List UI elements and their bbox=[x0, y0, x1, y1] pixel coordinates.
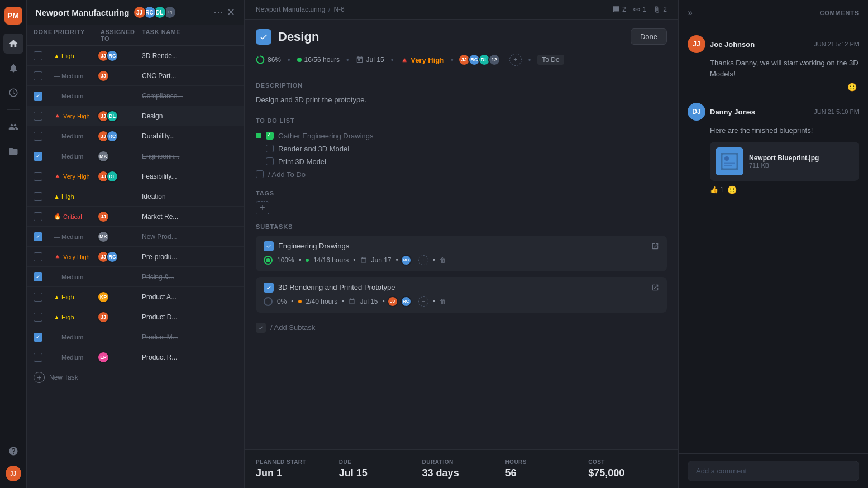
subtask-delete[interactable]: 🗑 bbox=[440, 256, 446, 264]
todo-checkbox[interactable] bbox=[266, 157, 274, 165]
table-row[interactable]: 🔥Critical JJ Market Re... bbox=[27, 207, 244, 227]
task-checkbox[interactable] bbox=[34, 252, 42, 261]
add-reaction-button[interactable]: 🙂 bbox=[727, 185, 737, 194]
close-icon[interactable]: ✕ bbox=[227, 6, 235, 18]
todo-checkbox[interactable] bbox=[266, 145, 274, 152]
subtask-add-assignee[interactable]: + bbox=[418, 255, 428, 265]
table-row[interactable]: —Medium LP Product R... bbox=[27, 347, 244, 367]
add-subtask-icon bbox=[256, 323, 266, 333]
comment-input[interactable] bbox=[688, 461, 859, 481]
sidebar-item-help[interactable] bbox=[3, 441, 23, 461]
status-meta[interactable]: To Do bbox=[537, 55, 564, 65]
due-value: Jul 15 bbox=[339, 467, 418, 479]
comments-panel: » COMMENTS JJ Joe Johnson JUN 21 5:12 PM… bbox=[678, 0, 868, 488]
task-checkbox[interactable] bbox=[34, 232, 42, 241]
subtask-meta: 0% • 2/40 hours • Jul 15 • JJ RC + • 🗑 bbox=[264, 296, 659, 307]
task-checkbox[interactable] bbox=[34, 71, 42, 80]
table-row[interactable]: —Medium Product M... bbox=[27, 327, 244, 347]
sidebar-item-folder[interactable] bbox=[3, 141, 23, 161]
subtask-add-assignee[interactable]: + bbox=[418, 296, 428, 307]
task-checkbox[interactable] bbox=[34, 353, 42, 362]
subtask-hours: 2/40 hours bbox=[306, 298, 338, 305]
sidebar-item-notifications[interactable] bbox=[3, 58, 23, 78]
sidebar-item-home[interactable] bbox=[3, 34, 23, 54]
task-meta: 86% • 16/56 hours • Jul 15 • 🔺 Very High… bbox=[245, 49, 678, 73]
task-checkbox[interactable] bbox=[34, 333, 42, 342]
subtask-item: Engineering Drawings 100% • 14/16 hours … bbox=[256, 236, 667, 271]
table-row[interactable]: —Medium Pricing &... bbox=[27, 267, 244, 287]
collapse-button[interactable]: » bbox=[688, 8, 693, 18]
subtask-delete[interactable]: 🗑 bbox=[440, 298, 446, 305]
subtask-meta: 100% • 14/16 hours • Jun 17 • RC + • 🗑 bbox=[264, 255, 659, 266]
task-checkbox[interactable] bbox=[34, 272, 42, 281]
add-todo-button[interactable]: / Add To Do bbox=[256, 168, 667, 181]
due-date: Jul 15 bbox=[366, 56, 384, 64]
add-reaction-button[interactable]: 🙂 bbox=[847, 83, 857, 92]
priority-badge: —Medium bbox=[54, 93, 98, 99]
todo-checkbox-done[interactable] bbox=[266, 132, 274, 140]
table-row[interactable]: —Medium MK Engineerin... bbox=[27, 146, 244, 166]
comments-header: » COMMENTS bbox=[679, 0, 868, 26]
task-checkbox[interactable] bbox=[34, 112, 42, 121]
task-checkbox[interactable] bbox=[34, 172, 42, 181]
new-task-row[interactable]: + New Task bbox=[27, 367, 244, 387]
add-subtask-button[interactable]: / Add Subtask bbox=[256, 318, 667, 337]
table-row[interactable]: 🔺Very High JJRC Pre-produ... bbox=[27, 247, 244, 267]
table-row[interactable]: —Medium JJRC Durability... bbox=[27, 126, 244, 146]
add-assignee-button[interactable]: + bbox=[509, 54, 522, 66]
priority-badge: ▲High bbox=[54, 314, 98, 320]
comment-item: DJ Danny Jones JUN 21 5:10 PM Here are t… bbox=[688, 103, 859, 194]
table-row[interactable]: ▲High Ideation bbox=[27, 186, 244, 207]
priority-badge: —Medium bbox=[54, 233, 98, 240]
table-row[interactable]: 🔺Very High JJDL Feasibility... bbox=[27, 166, 244, 186]
more-icon[interactable]: ⋯ bbox=[213, 6, 223, 18]
table-row[interactable]: ▲High JJRC 3D Rende... bbox=[27, 46, 244, 66]
table-row[interactable]: —Medium MK New Prod... bbox=[27, 227, 244, 247]
assignee-avatar: RC bbox=[106, 251, 118, 263]
priority-badge: —Medium bbox=[54, 354, 98, 361]
task-checkbox[interactable] bbox=[34, 192, 42, 201]
add-todo-label: / Add To Do bbox=[268, 170, 306, 179]
attachment-info: Newport Blueprint.jpg 711 KB bbox=[749, 154, 853, 169]
add-task-icon[interactable]: + bbox=[34, 372, 45, 383]
app-header: Newport Manufacturing JJ RC DL +4 ⋯ ✕ bbox=[27, 0, 244, 25]
table-row[interactable]: —Medium JJ CNC Part... bbox=[27, 66, 244, 86]
table-row[interactable]: —Medium Compliance... bbox=[27, 86, 244, 106]
app-logo[interactable]: PM bbox=[4, 7, 22, 25]
commenter-avatar: JJ bbox=[688, 35, 705, 53]
task-checkbox[interactable] bbox=[34, 212, 42, 221]
subtasks-section: SUBTASKS Engineering Drawings 100% • bbox=[256, 223, 667, 337]
commenter-avatar: DJ bbox=[688, 103, 705, 121]
task-checkbox[interactable] bbox=[34, 293, 42, 302]
task-title-row: Design Done bbox=[245, 20, 678, 49]
subtask-external-link[interactable] bbox=[651, 242, 659, 250]
sidebar-item-users[interactable] bbox=[3, 117, 23, 137]
task-checkbox[interactable] bbox=[34, 92, 42, 101]
assignee-avatar: KP bbox=[97, 291, 109, 303]
subtask-progress-pct: 0% bbox=[277, 298, 287, 305]
table-row[interactable]: ▲High JJ Product D... bbox=[27, 307, 244, 327]
table-row[interactable]: ▲High KP Product A... bbox=[27, 287, 244, 307]
task-type-icon bbox=[256, 29, 271, 45]
add-subtask-label: / Add Subtask bbox=[270, 323, 315, 332]
comment-header: JJ Joe Johnson JUN 21 5:12 PM bbox=[688, 35, 859, 53]
task-name: Compliance... bbox=[142, 92, 237, 100]
task-checkbox[interactable] bbox=[34, 132, 42, 141]
add-tag-button[interactable]: + bbox=[256, 201, 269, 214]
svg-point-4 bbox=[724, 156, 729, 161]
task-checkbox[interactable] bbox=[34, 152, 42, 161]
sidebar-item-clock[interactable] bbox=[3, 83, 23, 103]
todo-color-indicator bbox=[256, 133, 261, 138]
planned-start-label: PLANNED START bbox=[256, 459, 335, 465]
task-checkbox[interactable] bbox=[34, 51, 42, 60]
task-checkbox[interactable] bbox=[34, 313, 42, 322]
user-avatar[interactable]: JJ bbox=[6, 466, 21, 481]
subtask-external-link[interactable] bbox=[651, 284, 659, 291]
comment-reactions: 👍 1 🙂 bbox=[710, 185, 859, 194]
table-row[interactable]: 🔺Very High JJDL Design bbox=[27, 106, 244, 126]
avatar-1: JJ bbox=[133, 6, 146, 19]
team-avatars: JJ RC DL +4 bbox=[136, 6, 177, 19]
column-headers: DONE PRIORITY ASSIGNED TO TASK NAME bbox=[27, 25, 244, 46]
done-button[interactable]: Done bbox=[631, 28, 667, 45]
hours-meta: 16/56 hours bbox=[297, 56, 340, 64]
